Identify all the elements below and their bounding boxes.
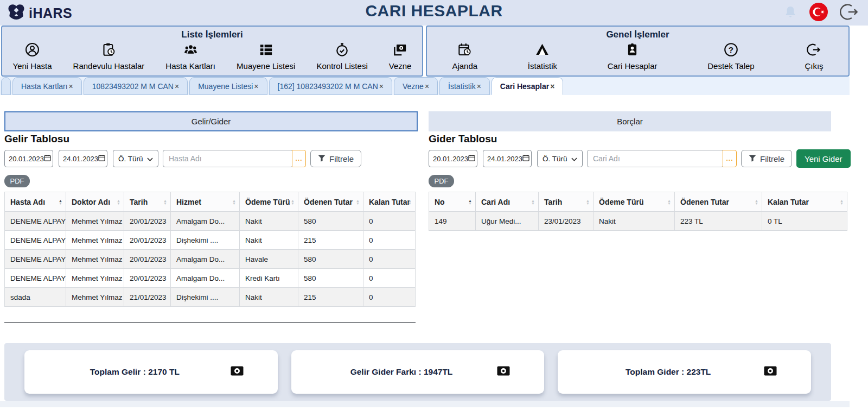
group-title: Genel İşlemler: [427, 29, 848, 40]
sort-arrows-icon: ▲▼: [291, 199, 295, 205]
toolbar-item-istatistik[interactable]: İstatistik: [528, 42, 557, 71]
calendar-clock-icon: [457, 42, 472, 59]
toolbar-item-destek-talep[interactable]: ? Destek Talep: [707, 42, 754, 71]
table-cell: 0: [363, 250, 416, 269]
column-header[interactable]: Doktor Adı▲▼: [66, 192, 124, 212]
table-cell: Nakit: [240, 212, 298, 231]
tab-close-icon[interactable]: ×: [550, 82, 554, 91]
tab-close-icon[interactable]: ×: [175, 82, 179, 91]
table-cell: 0: [363, 269, 416, 288]
panel-tab-gelir-gider[interactable]: Gelir/Gider: [4, 111, 418, 131]
column-header[interactable]: Kalan Tutar▲▼: [762, 192, 847, 212]
column-header[interactable]: Ödenen Tutar▲▼: [298, 192, 363, 212]
table-row[interactable]: DENEME ALPAYMehmet Yılmaz20/01/2023Amalg…: [5, 212, 416, 231]
toolbar-item-randevulu-hastalar[interactable]: Randevulu Hastalar: [73, 42, 145, 71]
gelir-payment-type-select[interactable]: Ö. Türü: [113, 150, 158, 167]
total-income-card: Toplam Gelir : 2170 TL: [24, 350, 278, 394]
table-cell: 20/01/2023: [124, 231, 171, 250]
table-cell: Amalgam Do...: [171, 269, 240, 288]
tab-istatistik[interactable]: İstatistik×: [439, 77, 490, 95]
notification-bell-icon[interactable]: [783, 4, 797, 22]
people-group-icon: [183, 42, 198, 59]
toolbar-item-cikis[interactable]: Çıkış: [805, 42, 823, 71]
toolbar-item-cari-hesaplar[interactable]: Cari Hesaplar: [608, 42, 658, 71]
toolbar-item-ajanda[interactable]: Ajanda: [452, 42, 477, 71]
table-row[interactable]: DENEME ALPAYMehmet Yılmaz20/01/2023Dişhe…: [5, 231, 416, 250]
table-cell: 20/01/2023: [124, 212, 171, 231]
language-flag-turkish-icon[interactable]: [809, 3, 828, 23]
column-header[interactable]: Ödeme Türü▲▼: [240, 192, 298, 212]
gelir-table: Hasta Adı▲▼Doktor Adı▲▼Tarih▲▼Hizmet▲▼Öd…: [4, 192, 416, 307]
gider-payment-type-select[interactable]: Ö. Türü: [537, 150, 583, 167]
gelir-date-from-input[interactable]: 20.01.2023: [4, 150, 53, 167]
calendar-icon: [98, 154, 105, 163]
logout-header-icon[interactable]: [840, 2, 859, 24]
gelir-pdf-export-button[interactable]: PDF: [4, 175, 30, 187]
table-row[interactable]: 149Uğur Medi...23/01/2023Nakit223 TL0 TL: [429, 212, 847, 231]
tab-close-icon[interactable]: ×: [379, 82, 384, 91]
toolbar-item-kontrol-listesi[interactable]: Kontrol Listesi: [317, 42, 368, 71]
select-value: Ö. Türü: [542, 155, 567, 163]
tab-close-icon[interactable]: ×: [254, 82, 258, 91]
clipboard-clock-icon: [101, 42, 116, 59]
column-header[interactable]: Ödenen Tutar▲▼: [675, 192, 762, 212]
table-cell: Dişhekimi ....: [171, 231, 240, 250]
gider-filter-button[interactable]: Filtrele: [741, 150, 792, 167]
toolbar-item-hasta-kartlari[interactable]: Hasta Kartları: [165, 42, 215, 71]
table-row[interactable]: sdadaMehmet Yılmaz21/01/2023Dişhekimi ..…: [5, 288, 416, 307]
date-value: 24.01.2023: [487, 155, 522, 163]
gelir-filter-bar: 20.01.2023 24.01.2023 Ö. Türü ... Filtre…: [4, 149, 366, 168]
sort-arrows-icon: ▲▼: [586, 199, 590, 205]
tab-close-icon[interactable]: ×: [425, 82, 429, 91]
table-cell: Mehmet Yılmaz: [66, 269, 124, 288]
table-row[interactable]: DENEME ALPAYMehmet Yılmaz20/01/2023Amalg…: [5, 269, 416, 288]
column-header[interactable]: Tarih▲▼: [539, 192, 593, 212]
summary-bar: Toplam Gelir : 2170 TL Gelir Gider Farkı…: [4, 343, 831, 401]
tab-vezne[interactable]: Vezne×: [394, 77, 438, 95]
gider-date-to-input[interactable]: 24.01.2023: [483, 150, 532, 167]
table-row[interactable]: DENEME ALPAYMehmet Yılmaz20/01/2023Amalg…: [5, 250, 416, 269]
gelir-date-to-input[interactable]: 24.01.2023: [59, 150, 107, 167]
tab-patient-10823493202[interactable]: 10823493202 M M CAN×: [84, 77, 188, 95]
gelir-patient-name-input[interactable]: [163, 150, 293, 167]
chevron-down-icon: [147, 155, 153, 163]
toolbar-item-label: Destek Talep: [707, 61, 754, 71]
tab-close-icon[interactable]: ×: [69, 82, 73, 91]
tab-162-patient[interactable]: [162] 10823493202 M M CAN×: [269, 77, 392, 95]
sort-arrows-icon: ▲▼: [667, 199, 671, 205]
toolbar-item-yeni-hasta[interactable]: Yeni Hasta: [13, 42, 52, 71]
sort-arrows-icon: ▲▼: [356, 199, 360, 205]
main-content: Gelir/Gider Borçlar Gelir Tablosu Gider …: [0, 95, 868, 410]
tab-stub[interactable]: [1, 77, 11, 95]
toolbar-item-label: İstatistik: [528, 61, 557, 71]
toolbar-item-muayene-listesi[interactable]: Muayene Listesi: [237, 42, 295, 71]
gider-pdf-export-button[interactable]: PDF: [429, 175, 454, 187]
table-cell: 0 TL: [762, 212, 847, 231]
gider-cari-name-input[interactable]: [587, 150, 724, 167]
gider-date-from-input[interactable]: 20.01.2023: [429, 150, 477, 167]
column-header[interactable]: Ödeme Türü▲▼: [593, 192, 675, 212]
banknote-icon: [496, 365, 510, 379]
gelir-filter-button[interactable]: Filtrele: [310, 150, 361, 167]
cash-icon: [393, 42, 407, 59]
tab-cari-hesaplar[interactable]: Cari Hesaplar×: [492, 77, 563, 95]
tab-hasta-kartlari[interactable]: Hasta Kartları×: [12, 77, 82, 95]
id-badge-icon: [625, 42, 640, 59]
table-cell: Mehmet Yılmaz: [66, 212, 124, 231]
table-cell: 223 TL: [675, 212, 762, 231]
question-circle-icon: ?: [724, 42, 738, 59]
column-header[interactable]: Kalan Tutar▲▼: [363, 192, 416, 212]
toolbar-item-vezne[interactable]: Vezne: [389, 42, 412, 71]
new-expense-button[interactable]: Yeni Gider: [796, 149, 851, 168]
column-header[interactable]: Cari Adı▲▼: [476, 192, 539, 212]
tab-close-icon[interactable]: ×: [477, 82, 481, 91]
gider-more-options-button[interactable]: ...: [723, 150, 737, 167]
column-header[interactable]: Tarih▲▼: [124, 192, 171, 212]
panel-tab-borclar[interactable]: Borçlar: [429, 111, 831, 131]
list-icon: [259, 42, 273, 59]
column-header[interactable]: No▲▼: [429, 192, 476, 212]
tab-muayene-listesi[interactable]: Muayene Listesi×: [189, 77, 267, 95]
gelir-more-options-button[interactable]: ...: [292, 150, 306, 167]
column-header[interactable]: Hasta Adı▲▼: [5, 192, 66, 212]
column-header[interactable]: Hizmet▲▼: [171, 192, 240, 212]
